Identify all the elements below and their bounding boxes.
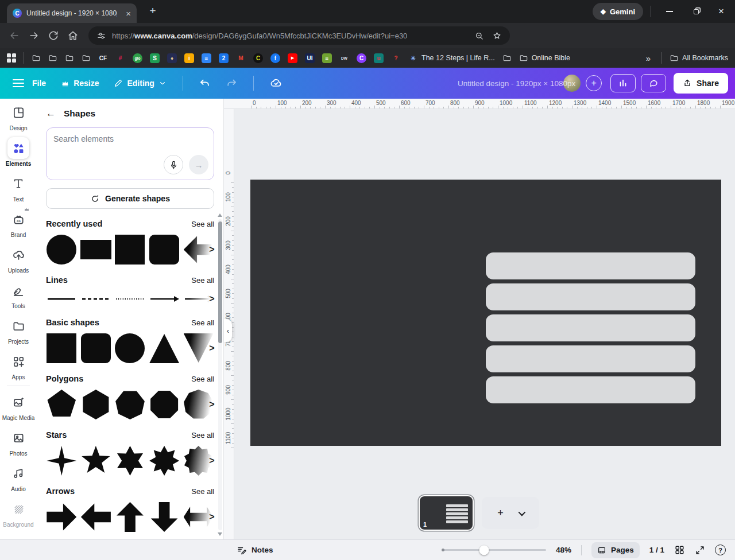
shape-arrow-left[interactable]: > <box>183 234 214 265</box>
notes-button[interactable]: Notes <box>237 545 273 555</box>
bookmark-item[interactable]: ? <box>391 53 401 63</box>
search-submit-button[interactable]: → <box>189 155 208 174</box>
bookmark-item[interactable]: M <box>236 53 246 63</box>
shape-star10[interactable]: > <box>183 445 214 476</box>
grid-view-button[interactable] <box>674 545 685 555</box>
sidebar-item-projects[interactable]: Projects <box>0 312 37 348</box>
canvas-bar-element[interactable] <box>486 252 695 279</box>
gemini-button[interactable]: ◆ Gemini <box>593 3 643 20</box>
bookmark-folder[interactable]: Online Bible <box>519 53 570 63</box>
back-arrow-button[interactable]: ← <box>46 108 56 119</box>
bookmark-folder[interactable] <box>65 53 74 63</box>
generate-shapes-button[interactable]: Generate shapes <box>46 188 214 209</box>
search-elements-input[interactable]: Search elements → <box>46 127 214 180</box>
sidebar-item-brand[interactable]: coBrand <box>0 205 37 241</box>
main-menu-icon[interactable] <box>13 79 24 87</box>
shape-arrow-left[interactable] <box>80 501 111 532</box>
zoom-value[interactable]: 48% <box>556 546 571 554</box>
bookmark-item[interactable]: ✳The 12 Steps | Life R... <box>408 53 495 63</box>
insights-button[interactable] <box>610 74 636 92</box>
invite-member-button[interactable]: + <box>586 75 602 91</box>
add-page-button[interactable]: + <box>482 497 539 529</box>
page-thumbnail[interactable]: 1 <box>420 496 473 530</box>
cloud-save-icon[interactable] <box>270 77 283 90</box>
shape-star5[interactable] <box>80 445 111 476</box>
bookmark-item[interactable]: UI <box>305 53 315 63</box>
sidebar-item-audio[interactable]: Audio <box>0 460 37 495</box>
sidebar-item-background[interactable]: Background <box>0 495 37 531</box>
help-button[interactable]: ? <box>715 545 726 555</box>
bookmark-item[interactable]: f <box>270 53 280 63</box>
shape-heptagon[interactable] <box>114 389 145 420</box>
bookmark-item[interactable]: ▶ <box>288 53 297 63</box>
fullscreen-button[interactable] <box>695 545 705 555</box>
resize-menu[interactable]: Resize <box>61 79 99 88</box>
shape-star6[interactable] <box>114 445 145 476</box>
canvas-bar-element[interactable] <box>486 376 695 403</box>
shape-arrow-down[interactable] <box>149 501 180 532</box>
design-title[interactable]: Untitled design - 1920px × 1080px <box>458 79 584 88</box>
sidebar-item-text[interactable]: Text <box>0 170 37 205</box>
see-all-link[interactable]: See all <box>191 318 214 327</box>
bookmark-item[interactable]: i <box>184 53 194 63</box>
bookmark-item[interactable]: 2 <box>219 53 229 63</box>
sidebar-item-elements[interactable]: Elements <box>0 134 37 170</box>
home-icon[interactable] <box>63 30 83 41</box>
undo-button[interactable] <box>199 77 211 89</box>
bookmark-item[interactable]: # <box>115 53 125 63</box>
line-arrow-solid[interactable] <box>149 290 180 308</box>
pages-view-button[interactable]: Pages <box>591 542 640 558</box>
zoom-slider-thumb[interactable] <box>479 545 489 555</box>
all-bookmarks-button[interactable]: All Bookmarks <box>670 53 728 63</box>
bookmark-folder[interactable] <box>502 53 512 63</box>
bookmark-folder[interactable] <box>48 53 57 63</box>
shape-rounded-square[interactable] <box>149 234 180 265</box>
line-dotted[interactable] <box>114 290 145 308</box>
forward-icon[interactable] <box>24 30 44 41</box>
scroll-right-button[interactable]: > <box>209 343 214 353</box>
line-arrow-chevron[interactable]: > <box>183 290 214 308</box>
line-solid[interactable] <box>46 290 77 308</box>
canvas-bar-element[interactable] <box>486 314 695 341</box>
canvas-bar-element[interactable] <box>486 283 695 310</box>
reload-icon[interactable] <box>44 30 63 41</box>
shape-octagon[interactable] <box>149 389 180 420</box>
bookmark-item[interactable]: ≡ <box>322 53 332 63</box>
shape-hexagon[interactable] <box>80 389 111 420</box>
bookmark-folder[interactable] <box>32 53 41 63</box>
back-icon[interactable] <box>5 30 24 41</box>
share-button[interactable]: Share <box>674 73 728 94</box>
window-minimize-button[interactable] <box>662 6 678 17</box>
sidebar-item-apps[interactable]: Apps <box>0 348 37 383</box>
sidebar-item-magic-media[interactable]: Magic Media <box>0 388 37 424</box>
bookmark-item[interactable]: glo <box>133 53 142 63</box>
see-all-link[interactable]: See all <box>191 431 214 440</box>
shape-square[interactable] <box>46 333 77 364</box>
zoom-slider[interactable] <box>443 549 546 551</box>
scroll-right-button[interactable]: > <box>209 399 214 410</box>
sidebar-item-tools[interactable]: Tools <box>0 277 37 312</box>
site-info-icon[interactable] <box>96 31 106 41</box>
redo-button[interactable] <box>226 77 237 89</box>
shape-triangle-up[interactable] <box>149 333 180 364</box>
scroll-right-button[interactable]: > <box>209 512 214 522</box>
see-all-link[interactable]: See all <box>191 375 214 383</box>
design-canvas[interactable] <box>250 180 721 446</box>
canvas-bar-element[interactable] <box>486 345 695 372</box>
panel-collapse-handle[interactable]: ‹ <box>224 319 232 342</box>
bookmark-item[interactable]: u <box>374 53 384 63</box>
shape-circle[interactable] <box>46 234 77 265</box>
shape-arrow-up[interactable] <box>114 501 145 532</box>
scroll-right-button[interactable]: > <box>209 456 214 466</box>
shape-star8[interactable] <box>149 445 180 476</box>
bookmark-star-icon[interactable] <box>492 31 502 41</box>
line-dashed[interactable] <box>80 290 111 308</box>
see-all-link[interactable]: See all <box>191 487 214 496</box>
bookmark-item[interactable]: CF <box>98 53 108 63</box>
see-all-link[interactable]: See all <box>191 220 214 228</box>
panel-scrollbar[interactable] <box>218 213 223 536</box>
bookmark-item[interactable]: ♦ <box>167 53 177 63</box>
shape-pentagon[interactable] <box>46 389 77 420</box>
shape-wide-rect[interactable] <box>80 234 111 265</box>
scroll-right-button[interactable]: > <box>209 294 214 304</box>
